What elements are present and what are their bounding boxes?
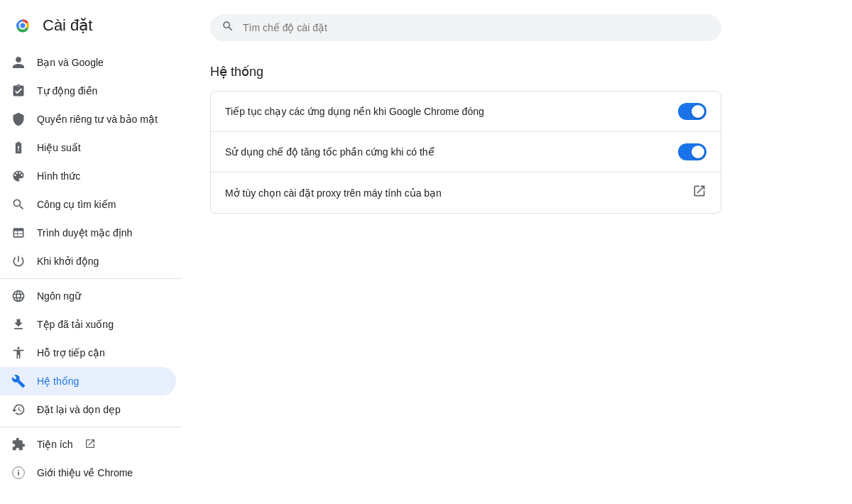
- section-title: Hệ thống: [210, 64, 824, 80]
- external-link-icon: [84, 438, 96, 451]
- external-link-icon: [692, 184, 706, 202]
- person-icon: [11, 55, 26, 70]
- sidebar-item-label: Đặt lại và dọn dẹp: [37, 404, 121, 415]
- palette-icon: [11, 169, 26, 183]
- sidebar-divider-1: [0, 278, 182, 279]
- sidebar-item-label: Giới thiệu về Chrome: [37, 467, 133, 478]
- sidebar-item-he-thong[interactable]: Hệ thống: [0, 367, 176, 395]
- language-icon: [11, 289, 26, 303]
- sidebar-item-dat-lai-va-don-dep[interactable]: Đặt lại và dọn dẹp: [0, 395, 176, 424]
- sidebar-header: Cài đặt: [0, 9, 182, 48]
- sidebar-item-label: Tự động điền: [37, 85, 97, 97]
- sidebar-item-hinh-thuc[interactable]: Hình thức: [0, 162, 176, 190]
- settings-row-label: Tiếp tục chạy các ứng dụng nền khi Googl…: [225, 106, 484, 117]
- sidebar-item-hieu-suat[interactable]: Hiệu suất: [0, 133, 176, 162]
- extensions-icon: [11, 437, 26, 451]
- sidebar-title: Cài đặt: [43, 16, 92, 35]
- sidebar-item-ban-va-google[interactable]: Bạn và Google: [0, 48, 176, 77]
- chrome-logo-icon: [11, 14, 34, 37]
- sidebar-divider-2: [0, 427, 182, 427]
- toggle-tang-toc[interactable]: [678, 143, 706, 160]
- accessibility-icon: [11, 346, 26, 360]
- sidebar-item-label: Hiệu suất: [37, 142, 81, 153]
- settings-card: Tiếp tục chạy các ứng dụng nền khi Googl…: [210, 91, 721, 214]
- search-bar: [210, 14, 721, 41]
- sidebar-item-trinh-duyet-mac-dinh[interactable]: Trình duyệt mặc định: [0, 219, 176, 247]
- settings-row-proxy[interactable]: Mở tùy chọn cài đặt proxy trên máy tính …: [211, 172, 721, 213]
- download-icon: [11, 317, 26, 332]
- sidebar-item-tep-da-tai-xuong[interactable]: Tệp đã tải xuống: [0, 310, 176, 339]
- sidebar-item-label: Hỗ trợ tiếp cận: [37, 347, 105, 358]
- sidebar-item-label: Khi khởi động: [37, 256, 99, 267]
- settings-row-tang-toc: Sử dụng chế độ tăng tốc phần cứng khi có…: [211, 132, 721, 172]
- web-icon: [11, 226, 26, 240]
- sidebar-item-quyen-rieng-tu[interactable]: Quyền riêng tư và bảo mật: [0, 105, 176, 133]
- sidebar-item-label: Hệ thống: [37, 376, 79, 387]
- search-icon: [222, 20, 234, 35]
- sidebar-item-label: Ngôn ngữ: [37, 290, 81, 302]
- sidebar-item-label: Trình duyệt mặc định: [37, 227, 132, 239]
- sidebar-item-label: Tệp đã tải xuống: [37, 319, 114, 330]
- search-input[interactable]: [243, 22, 710, 33]
- speed-icon: [11, 141, 26, 155]
- power-icon: [11, 254, 26, 268]
- info-icon: [11, 466, 26, 480]
- sidebar-item-label: Hình thức: [37, 170, 80, 182]
- settings-row-tiep-tuc-chay: Tiếp tục chạy các ứng dụng nền khi Googl…: [211, 92, 721, 132]
- toggle-tiep-tuc-chay[interactable]: [678, 103, 706, 120]
- settings-icon: [11, 374, 26, 388]
- restore-icon: [11, 402, 26, 417]
- search-icon: [11, 197, 26, 212]
- sidebar-item-tien-ich[interactable]: Tiện ích: [0, 430, 176, 459]
- sidebar-item-gioi-thieu-ve-chrome[interactable]: Giới thiệu về Chrome: [0, 459, 176, 487]
- main-content: Hệ thống Tiếp tục chạy các ứng dụng nền …: [182, 0, 852, 504]
- sidebar-item-khi-khoi-dong[interactable]: Khi khởi động: [0, 247, 176, 275]
- sidebar-item-cong-cu-tim-kiem[interactable]: Công cụ tìm kiếm: [0, 190, 176, 219]
- sidebar-item-label: Công cụ tìm kiếm: [37, 199, 116, 210]
- assignment-icon: [11, 84, 26, 98]
- toggle-slider: [678, 103, 706, 120]
- sidebar-item-tu-dong-dien[interactable]: Tự động điền: [0, 77, 176, 105]
- sidebar-item-label: Bạn và Google: [37, 57, 104, 68]
- svg-point-5: [21, 23, 26, 28]
- settings-row-label: Sử dụng chế độ tăng tốc phần cứng khi có…: [225, 146, 435, 158]
- settings-row-label: Mở tùy chọn cài đặt proxy trên máy tính …: [225, 187, 442, 199]
- sidebar: Cài đặt Bạn và Google Tự động điền Quyền…: [0, 0, 182, 504]
- sidebar-item-ngon-ngu[interactable]: Ngôn ngữ: [0, 282, 176, 310]
- sidebar-item-ho-tro-tiep-can[interactable]: Hỗ trợ tiếp cận: [0, 339, 176, 367]
- shield-icon: [11, 112, 26, 126]
- toggle-slider: [678, 143, 706, 160]
- sidebar-item-label: Quyền riêng tư và bảo mật: [37, 114, 158, 125]
- search-bar-wrapper: [210, 14, 824, 41]
- sidebar-item-label: Tiện ích: [37, 439, 73, 450]
